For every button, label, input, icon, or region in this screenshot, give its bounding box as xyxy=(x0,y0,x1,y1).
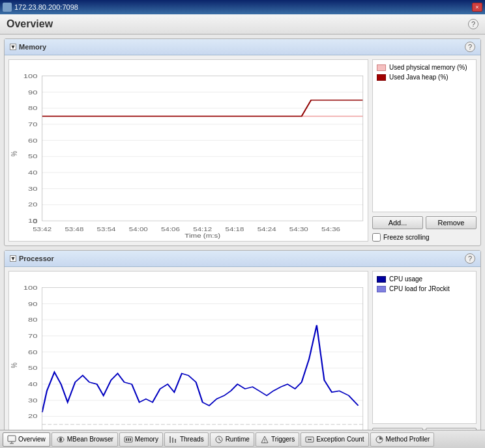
memory-panel-body: 100 90 80 70 60 50 40 30 20 10 0 % xyxy=(5,55,480,245)
taskbar-label-triggers: Triggers xyxy=(271,436,295,443)
memory-collapse-icon[interactable]: ▼ xyxy=(10,44,16,50)
processor-collapse-icon[interactable]: ▼ xyxy=(10,255,16,262)
memory-legend-label-1: Used Java heap (%) xyxy=(389,74,448,81)
svg-text:54:18: 54:18 xyxy=(225,226,244,232)
svg-text:54:30: 54:30 xyxy=(289,226,308,232)
svg-text:70: 70 xyxy=(28,121,37,128)
svg-point-74 xyxy=(59,438,62,441)
processor-legend-item-0: CPU usage xyxy=(377,275,472,283)
svg-text:%: % xyxy=(9,151,18,156)
svg-text:100: 100 xyxy=(23,73,38,79)
svg-text:54:24: 54:24 xyxy=(257,226,276,232)
taskbar-label-threads: Threads xyxy=(180,436,204,443)
memory-freeze-label: Freeze scrolling xyxy=(383,234,430,241)
memory-freeze-row: Freeze scrolling xyxy=(372,233,477,242)
memory-freeze-checkbox[interactable] xyxy=(372,233,381,242)
svg-line-84 xyxy=(219,440,221,441)
processor-remove-button[interactable]: Remove xyxy=(426,428,477,430)
svg-text:%: % xyxy=(9,363,18,368)
svg-text:54:36: 54:36 xyxy=(321,226,340,232)
memory-add-button[interactable]: Add... xyxy=(372,216,423,229)
profiler-icon xyxy=(375,435,384,444)
taskbar-item-mbean-browser[interactable]: MBean Browser xyxy=(51,432,118,447)
taskbar-label-method-profiler: Method Profiler xyxy=(386,436,430,443)
processor-legend-label-1: CPU load for JRockit xyxy=(389,285,450,292)
memory-panel: ▼ Memory ? xyxy=(4,38,481,246)
svg-text:20: 20 xyxy=(28,413,37,419)
memory-help-icon[interactable]: ? xyxy=(465,42,475,52)
svg-text:53:42: 53:42 xyxy=(33,226,51,232)
svg-rect-70 xyxy=(8,436,16,441)
memory-legend-item-0: Used physical memory (%) xyxy=(377,64,472,71)
svg-text:80: 80 xyxy=(28,316,37,323)
processor-panel-body: 100 90 80 70 60 50 40 30 20 10 0 % xyxy=(5,267,480,430)
svg-text:100: 100 xyxy=(23,285,38,291)
runtime-icon xyxy=(214,435,224,444)
svg-rect-69 xyxy=(42,288,363,430)
exception-icon xyxy=(305,435,314,444)
svg-text:70: 70 xyxy=(28,333,37,339)
close-button[interactable]: × xyxy=(472,3,482,12)
bean-icon xyxy=(56,435,65,444)
processor-add-button[interactable]: Add... xyxy=(372,428,423,430)
svg-text:30: 30 xyxy=(28,186,37,192)
app-icon xyxy=(3,3,12,12)
svg-rect-77 xyxy=(128,438,129,441)
memory-legend: Used physical memory (%) Used Java heap … xyxy=(372,59,477,212)
processor-panel-title: ▼ Processor xyxy=(10,255,54,262)
processor-chart: 100 90 80 70 60 50 40 30 20 10 0 % xyxy=(8,271,368,430)
svg-text:60: 60 xyxy=(28,137,37,143)
svg-text:60: 60 xyxy=(28,348,37,355)
taskbar-item-memory[interactable]: Memory xyxy=(119,432,163,447)
processor-panel-right: CPU usage CPU load for JRockit Add... Re… xyxy=(372,271,477,430)
taskbar-item-method-profiler[interactable]: Method Profiler xyxy=(370,432,435,447)
svg-text:20: 20 xyxy=(28,201,37,208)
svg-point-87 xyxy=(264,441,265,443)
svg-text:54:12: 54:12 xyxy=(193,226,212,232)
svg-text:Time (m:s): Time (m:s) xyxy=(184,232,220,238)
processor-panel-header: ▼ Processor ? xyxy=(5,251,480,267)
page-help-icon[interactable]: ? xyxy=(468,19,478,29)
svg-text:90: 90 xyxy=(28,89,37,95)
page-title: Overview xyxy=(7,18,53,30)
svg-text:30: 30 xyxy=(28,397,37,404)
title-bar-title: 172.23.80.200:7098 xyxy=(14,3,78,11)
processor-legend-color-1 xyxy=(377,286,386,292)
svg-text:54:00: 54:00 xyxy=(129,226,148,232)
svg-text:50: 50 xyxy=(28,153,37,160)
monitor-icon xyxy=(7,435,16,444)
svg-text:53:54: 53:54 xyxy=(97,226,116,232)
memory-chart-svg: 100 90 80 70 60 50 40 30 20 10 0 % xyxy=(9,60,368,241)
memory-legend-color-0 xyxy=(377,64,386,71)
title-bar: 172.23.80.200:7098 × xyxy=(0,0,485,14)
taskbar-item-overview[interactable]: Overview xyxy=(3,432,50,447)
taskbar-label-exception-count: Exception Count xyxy=(316,436,364,443)
memory-chart: 100 90 80 70 60 50 40 30 20 10 0 % xyxy=(8,59,368,242)
memory-panel-right: Used physical memory (%) Used Java heap … xyxy=(372,59,477,242)
svg-rect-76 xyxy=(126,438,127,441)
taskbar-label-runtime: Runtime xyxy=(226,436,250,443)
memory-legend-color-1 xyxy=(377,74,386,81)
memory-remove-button[interactable]: Remove xyxy=(426,216,477,229)
processor-help-icon[interactable]: ? xyxy=(465,253,475,264)
svg-text:40: 40 xyxy=(28,381,37,387)
processor-panel-buttons: Add... Remove xyxy=(372,428,477,430)
svg-text:40: 40 xyxy=(28,169,37,176)
svg-text:54:06: 54:06 xyxy=(161,226,180,232)
processor-chart-svg: 100 90 80 70 60 50 40 30 20 10 0 % xyxy=(9,272,368,430)
taskbar-label-memory: Memory xyxy=(135,436,158,443)
svg-text:80: 80 xyxy=(28,105,37,111)
main-content: Overview ? ▼ Memory ? xyxy=(0,14,485,430)
taskbar-item-triggers[interactable]: Triggers xyxy=(256,432,299,447)
title-bar-left: 172.23.80.200:7098 xyxy=(3,3,78,12)
memory-legend-item-1: Used Java heap (%) xyxy=(377,74,472,81)
taskbar-item-runtime[interactable]: Runtime xyxy=(210,432,254,447)
memory-legend-label-0: Used physical memory (%) xyxy=(389,64,467,71)
processor-legend-item-1: CPU load for JRockit xyxy=(377,285,472,292)
taskbar-item-exception-count[interactable]: Exception Count xyxy=(301,432,368,447)
svg-text:90: 90 xyxy=(28,300,37,307)
page-header: Overview ? xyxy=(0,14,485,35)
taskbar-item-threads[interactable]: Threads xyxy=(164,432,209,447)
processor-panel: ▼ Processor ? xyxy=(4,250,481,430)
svg-text:53:48: 53:48 xyxy=(65,226,83,232)
